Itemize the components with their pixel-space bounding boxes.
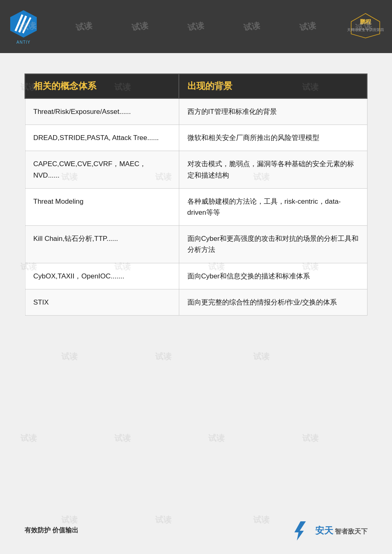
footer-logo-text-group: 安天 智者敌天下	[315, 525, 368, 537]
watermark-16: 试读	[208, 433, 225, 444]
table-cell-left: CAPEC,CWE,CVE,CVRF，MAEC，NVD......	[25, 151, 179, 188]
table-cell-right: 西方的IT管理和标准化的背景	[179, 98, 367, 125]
table-cell-right: 各种威胁建模的方法论，工具，risk-centric，data-driven等等	[179, 188, 367, 225]
table-cell-right: 对攻击模式，脆弱点，漏洞等各种基础的安全元素的标定和描述结构	[179, 151, 367, 188]
table-row: Kill Chain,钻石分析,TTP......面向Cyber和更高强度的攻击…	[25, 226, 367, 263]
table-cell-right: 面向Cyber和更高强度的攻击和对抗的场景的分析工具和分析方法	[179, 226, 367, 263]
table-cell-left: STIX	[25, 289, 179, 315]
header-wm-4: 试读	[187, 20, 205, 33]
table-row: CAPEC,CWE,CVE,CVRF，MAEC，NVD......对攻击模式，脆…	[25, 151, 367, 188]
table-cell-right: 面向Cyber和信息交换的描述和标准体系	[179, 263, 367, 289]
table-row: Threat/Risk/Exposure/Asset......西方的IT管理和…	[25, 98, 367, 125]
table-cell-right: 面向更完整的综合性的情报分析/作业/交换的体系	[179, 289, 367, 315]
table-row: STIX面向更完整的综合性的情报分析/作业/交换的体系	[25, 289, 367, 315]
antiy-label: ANTIY	[16, 40, 30, 44]
footer-logo-subtext: 智者敌天下	[335, 527, 368, 536]
header-wm-2: 试读	[75, 20, 93, 33]
right-brand: 鹏程 安天网络安全专训营第四期	[347, 11, 384, 42]
header: ANTIY 试读 试读 试读 试读 试读 试读 试读 鹏程 安天网络安全专训营第…	[0, 0, 392, 53]
table-cell-right: 微软和相关安全厂商所推出的风险管理模型	[179, 125, 367, 151]
svg-text:鹏程: 鹏程	[359, 18, 372, 25]
content-table: 相关的概念体系 出现的背景 Threat/Risk/Exposure/Asset…	[24, 73, 368, 316]
table-header-row: 相关的概念体系 出现的背景	[25, 74, 367, 98]
watermark-14: 试读	[20, 433, 37, 444]
watermark-11: 试读	[61, 351, 78, 362]
header-watermarks: 试读 试读 试读 试读 试读 试读 试读	[0, 0, 392, 53]
table-cell-left: Threat Modeling	[25, 188, 179, 225]
header-wm-3: 试读	[131, 20, 149, 33]
table-row: DREAD,STRIDE,PASTA, Attack Tree......微软和…	[25, 125, 367, 151]
footer-antiy-text: 安天	[315, 525, 333, 537]
col2-header: 出现的背景	[179, 74, 367, 98]
col1-header: 相关的概念体系	[25, 74, 179, 98]
svg-marker-7	[294, 521, 306, 541]
table-cell-left: CybOX,TAXII，OpenIOC.......	[25, 263, 179, 289]
header-wm-5: 试读	[243, 20, 261, 33]
main-content: 相关的概念体系 出现的背景 Threat/Risk/Exposure/Asset…	[0, 53, 392, 328]
table-cell-left: Kill Chain,钻石分析,TTP......	[25, 226, 179, 263]
footer-logo: 安天 智者敌天下	[290, 519, 368, 542]
table-cell-left: DREAD,STRIDE,PASTA, Attack Tree......	[25, 125, 179, 151]
watermark-15: 试读	[114, 433, 131, 444]
footer-slogan: 有效防护 价值输出	[24, 526, 78, 535]
svg-text:安天网络安全专训营第四期: 安天网络安全专训营第四期	[347, 28, 384, 32]
antiy-logo: ANTIY	[8, 9, 39, 44]
footer-logo-icon	[290, 519, 312, 542]
table-cell-left: Threat/Risk/Exposure/Asset......	[25, 98, 179, 125]
table-row: Threat Modeling各种威胁建模的方法论，工具，risk-centri…	[25, 188, 367, 225]
table-row: CybOX,TAXII，OpenIOC.......面向Cyber和信息交换的描…	[25, 263, 367, 289]
header-wm-6: 试读	[299, 20, 317, 33]
watermark-17: 试读	[302, 433, 318, 444]
svg-marker-4	[351, 13, 380, 38]
footer: 有效防护 价值输出 安天 智者敌天下	[0, 519, 392, 542]
watermark-12: 试读	[155, 351, 172, 362]
watermark-13: 试读	[253, 351, 270, 362]
